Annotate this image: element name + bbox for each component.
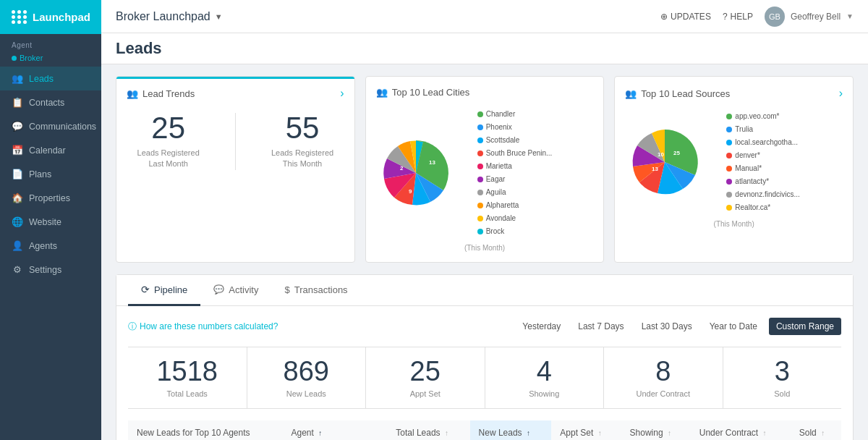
metric-last-month-number: 25 [137, 113, 200, 143]
sidebar-item-calendar[interactable]: 📅 Calendar [0, 138, 101, 162]
help-button[interactable]: ? HELP [723, 12, 753, 22]
svg-text:13: 13 [429, 159, 435, 166]
lead-trends-header: 👥 Lead Trends › [127, 87, 344, 100]
user-dropdown-icon: ▼ [846, 12, 854, 20]
col-showing[interactable]: Showing ↑ [621, 420, 691, 440]
top-sources-icon: 👥 [625, 88, 637, 99]
how-calculated-link[interactable]: ⓘ How are these numbers calculated? [128, 321, 278, 333]
under-contract-sort-icon: ↑ [762, 429, 766, 437]
stat-sold: 3 Sold [723, 347, 842, 408]
transactions-tab-icon: $ [284, 284, 289, 295]
date-btn-yeartodate[interactable]: Year to Date [704, 318, 763, 334]
col-new-leads[interactable]: New Leads ↑ [470, 420, 552, 440]
top-sources-header-left: 👥 Top 10 Lead Sources [625, 88, 730, 99]
sources-legend: app.veo.com* Trulia local.searchgotha...… [726, 110, 800, 214]
sidebar-item-agents[interactable]: 👤 Agents [0, 234, 101, 258]
new-leads-sort-icon: ↑ [527, 429, 530, 437]
sidebar-item-plans[interactable]: 📄 Plans [0, 162, 101, 186]
sidebar-item-label: Plans [29, 169, 51, 179]
updates-label: UPDATES [671, 12, 711, 22]
tabs-bar: ⟳ Pipeline 💬 Activity $ Transactions [116, 275, 853, 306]
cities-chart-area: 13 9 2 Chandler Phoenix Scottsdale South… [376, 105, 594, 241]
sidebar-item-label: Leads [29, 74, 54, 84]
date-btn-yesterday[interactable]: Yesterday [516, 318, 566, 334]
content-area: 👥 Lead Trends › 25 Leads RegisteredLast … [101, 64, 868, 440]
svg-text:2: 2 [400, 165, 404, 172]
tab-activity[interactable]: 💬 Activity [200, 275, 271, 306]
svg-text:13: 13 [652, 166, 658, 172]
date-btn-custom[interactable]: Custom Range [769, 318, 841, 335]
sidebar-item-leads[interactable]: 👥 Leads [0, 67, 101, 90]
sidebar-item-communications[interactable]: 💬 Communications [0, 114, 101, 138]
card-header-left: 👥 Lead Trends [127, 88, 195, 99]
top-sources-title: Top 10 Lead Sources [641, 88, 730, 99]
cities-pie-chart: 13 9 2 [376, 133, 470, 213]
user-menu[interactable]: GB Geoffrey Bell ▼ [765, 7, 854, 27]
top-cities-header: 👥 Top 10 Lead Cities [376, 87, 594, 98]
logo-text: Launchpad [33, 11, 90, 23]
lead-trends-icon: 👥 [127, 88, 138, 99]
agents-table-container: New Leads for Top 10 Agents Agent ↑ Tota… [128, 420, 841, 440]
metric-this-month-label: Leads RegisteredThis Month [271, 148, 333, 170]
settings-icon: ⚙ [12, 264, 23, 275]
lead-trends-body: 25 Leads RegisteredLast Month 55 Leads R… [127, 107, 344, 176]
sidebar-item-properties[interactable]: 🏠 Properties [0, 186, 101, 210]
activity-tab-label: Activity [229, 284, 258, 295]
date-btn-last7[interactable]: Last 7 Days [572, 318, 629, 334]
metric-last-month: 25 Leads RegisteredLast Month [137, 113, 200, 170]
contacts-icon: 📋 [12, 97, 23, 108]
sources-chart-area: 25 13 10 app.veo.com* Trulia local.searc… [625, 107, 843, 217]
sidebar-item-settings[interactable]: ⚙ Settings [0, 258, 101, 282]
stat-total-leads-number: 1518 [134, 358, 241, 385]
stat-new-leads-label: New Leads [253, 389, 360, 398]
cities-chart-caption: (This Month) [376, 244, 594, 252]
sidebar: Launchpad Agent Broker 👥 Leads 📋 Contact… [0, 0, 101, 440]
info-icon: ⓘ [128, 321, 137, 333]
metric-this-month: 55 Leads RegisteredThis Month [271, 113, 333, 170]
sources-pie-chart: 25 13 10 [625, 122, 719, 202]
dropdown-icon[interactable]: ▼ [215, 12, 223, 21]
topbar-title[interactable]: Broker Launchpad ▼ [116, 10, 223, 23]
sidebar-logo[interactable]: Launchpad [0, 0, 101, 34]
date-btn-last30[interactable]: Last 30 Days [636, 318, 698, 334]
stat-total-leads-label: Total Leads [134, 389, 241, 398]
top-cities-icon: 👥 [376, 87, 388, 98]
sidebar-item-label: Properties [29, 193, 70, 203]
top-cities-card: 👥 Top 10 Lead Cities [365, 76, 605, 263]
topbar-right: ⊕ UPDATES ? HELP GB Geoffrey Bell ▼ [660, 7, 854, 27]
lead-trends-card: 👥 Lead Trends › 25 Leads RegisteredLast … [116, 76, 355, 263]
col-under-contract[interactable]: Under Contract ↑ [691, 420, 791, 440]
updates-icon: ⊕ [660, 12, 668, 22]
col-total-leads[interactable]: Total Leads ↑ [387, 420, 469, 440]
svg-text:10: 10 [658, 151, 664, 158]
tab-transactions[interactable]: $ Transactions [271, 275, 360, 306]
svg-text:9: 9 [409, 188, 412, 195]
svg-text:25: 25 [673, 150, 680, 156]
stats-row: 1518 Total Leads 869 New Leads 25 Appt S… [128, 347, 841, 409]
stat-sold-number: 3 [729, 358, 836, 385]
sidebar-item-website[interactable]: 🌐 Website [0, 210, 101, 234]
top-sources-arrow[interactable]: › [839, 87, 843, 100]
leads-icon: 👥 [12, 73, 23, 84]
stat-total-leads: 1518 Total Leads [128, 347, 247, 408]
date-range-buttons: Yesterday Last 7 Days Last 30 Days Year … [516, 318, 841, 335]
sold-sort-icon: ↑ [821, 429, 825, 437]
transactions-tab-label: Transactions [294, 284, 348, 295]
lead-trends-arrow[interactable]: › [340, 87, 344, 100]
tab-pipeline[interactable]: ⟳ Pipeline [128, 275, 200, 306]
col-sold[interactable]: Sold ↑ [791, 420, 841, 440]
col-agent[interactable]: Agent ↑ [283, 420, 388, 440]
top-cities-title: Top 10 Lead Cities [392, 87, 470, 98]
sidebar-item-contacts[interactable]: 📋 Contacts [0, 90, 101, 114]
pipeline-section: ⓘ How are these numbers calculated? Yest… [116, 306, 854, 440]
col-appt-set[interactable]: Appt Set ↑ [551, 420, 621, 440]
stat-under-contract-label: Under Contract [610, 389, 717, 398]
top-cities-header-left: 👥 Top 10 Lead Cities [376, 87, 470, 98]
updates-button[interactable]: ⊕ UPDATES [660, 12, 711, 22]
stat-showing: 4 Showing [485, 347, 605, 408]
sidebar-item-label: Website [29, 217, 61, 227]
sidebar-item-label: Settings [29, 265, 61, 275]
col-section-title: New Leads for Top 10 Agents [128, 420, 283, 440]
stat-appt-set-label: Appt Set [372, 389, 479, 398]
stat-new-leads: 869 New Leads [247, 347, 367, 408]
